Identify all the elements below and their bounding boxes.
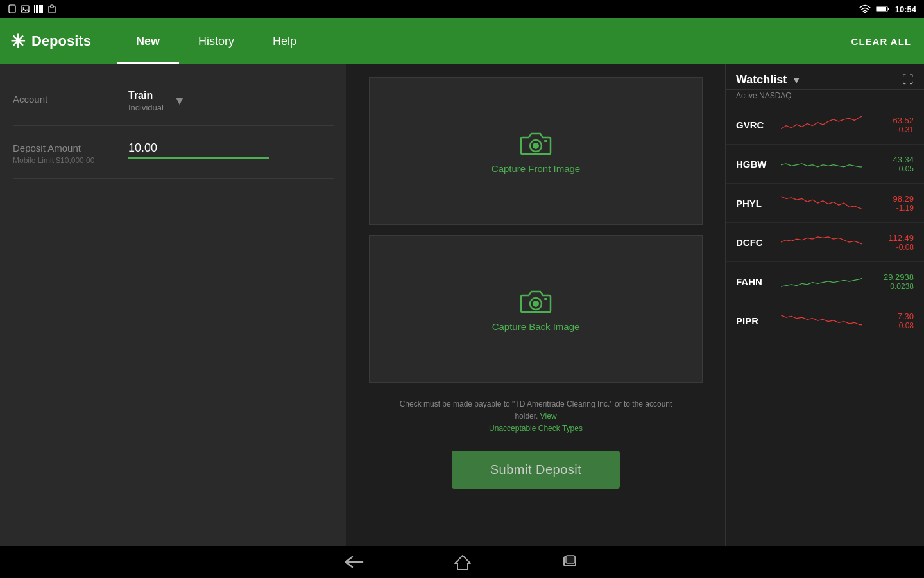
svg-rect-7 bbox=[39, 5, 40, 13]
watchlist-ticker: DCFC bbox=[736, 237, 774, 248]
image-icon bbox=[21, 4, 30, 13]
watchlist-ticker: HGBW bbox=[736, 159, 774, 170]
watchlist-expand-icon[interactable]: ⛶ bbox=[902, 73, 914, 87]
account-select[interactable]: Train Individual ▼ bbox=[128, 90, 334, 112]
watchlist-dropdown-icon[interactable]: ▼ bbox=[792, 75, 801, 85]
svg-rect-18 bbox=[544, 140, 547, 142]
svg-rect-25 bbox=[566, 556, 575, 563]
price-change: -1.19 bbox=[869, 204, 914, 213]
price-value: 43.34 bbox=[869, 155, 914, 164]
svg-rect-14 bbox=[877, 7, 886, 11]
svg-marker-23 bbox=[455, 556, 470, 570]
watchlist-chart bbox=[781, 229, 862, 255]
capture-back-label: Capture Back Image bbox=[492, 321, 580, 332]
watchlist-title-block: Watchlist ▼ bbox=[736, 73, 801, 87]
brand-icon: ✳ bbox=[10, 31, 25, 52]
wifi-icon bbox=[859, 4, 871, 13]
tab-history[interactable]: History bbox=[179, 18, 253, 64]
price-value: 112.49 bbox=[869, 233, 914, 243]
watchlist-ticker: FAHN bbox=[736, 276, 774, 287]
watchlist-chart bbox=[781, 112, 862, 137]
home-button[interactable] bbox=[454, 553, 472, 571]
watchlist-item[interactable]: FAHN29.29380.0238 bbox=[726, 262, 924, 301]
check-area: Capture Front Image Capture Back Image C… bbox=[346, 64, 725, 546]
watchlist-item[interactable]: GVRC63.52-0.31 bbox=[726, 105, 924, 144]
watchlist-panel: Watchlist ▼ ⛶ Active NASDAQ GVRC63.52-0.… bbox=[725, 64, 924, 546]
svg-point-17 bbox=[533, 143, 539, 149]
price-value: 29.2938 bbox=[869, 272, 914, 282]
camera-back-icon bbox=[520, 286, 552, 315]
watchlist-item[interactable]: PIPR7.30-0.08 bbox=[726, 301, 924, 340]
account-row: Account Train Individual ▼ bbox=[13, 77, 334, 126]
view-link[interactable]: View bbox=[540, 412, 557, 421]
mobile-limit-text: Mobile Limit $10,000.00 bbox=[13, 156, 128, 165]
account-field[interactable]: Train Individual ▼ bbox=[128, 90, 334, 112]
deposit-amount-row: Deposit Amount Mobile Limit $10,000.00 bbox=[13, 126, 334, 179]
price-change: -0.08 bbox=[869, 321, 914, 330]
recent-apps-button[interactable] bbox=[561, 554, 579, 570]
clipboard-icon bbox=[47, 4, 56, 13]
check-disclaimer: Check must be made payable to "TD Amerit… bbox=[388, 398, 683, 435]
svg-rect-2 bbox=[21, 6, 29, 12]
watchlist-prices: 112.49-0.08 bbox=[869, 233, 914, 252]
watchlist-item[interactable]: DCFC112.49-0.08 bbox=[726, 223, 924, 262]
back-button[interactable] bbox=[345, 554, 364, 570]
main-content: Account Train Individual ▼ Deposit Amoun… bbox=[0, 64, 924, 546]
watchlist-prices: 98.29-1.19 bbox=[869, 194, 914, 213]
watchlist-items-container: GVRC63.52-0.31HGBW43.340.05PHYL98.29-1.1… bbox=[726, 105, 924, 340]
watchlist-ticker: PHYL bbox=[736, 198, 774, 209]
svg-point-20 bbox=[533, 301, 539, 307]
price-change: -0.08 bbox=[869, 243, 914, 252]
tab-help[interactable]: Help bbox=[253, 18, 316, 64]
svg-point-3 bbox=[22, 7, 24, 8]
watchlist-prices: 29.29380.0238 bbox=[869, 272, 914, 291]
watchlist-chart bbox=[781, 190, 862, 216]
watchlist-ticker: GVRC bbox=[736, 119, 774, 130]
svg-rect-11 bbox=[51, 5, 53, 8]
watchlist-subtitle: Active NASDAQ bbox=[726, 91, 924, 105]
unacceptable-types-link[interactable]: Unacceptable Check Types bbox=[489, 424, 583, 433]
deposit-amount-label: Deposit Amount Mobile Limit $10,000.00 bbox=[13, 139, 128, 165]
svg-rect-5 bbox=[36, 5, 37, 13]
watchlist-item[interactable]: HGBW43.340.05 bbox=[726, 144, 924, 184]
tab-new[interactable]: New bbox=[117, 18, 179, 64]
watchlist-title: Watchlist bbox=[736, 73, 787, 87]
status-bar-right: 10:54 bbox=[859, 4, 916, 14]
price-change: 0.05 bbox=[869, 164, 914, 173]
nav-brand: ✳ Deposits bbox=[10, 31, 91, 52]
camera-front-icon bbox=[520, 128, 552, 157]
svg-rect-1 bbox=[11, 12, 13, 12]
account-name: Train bbox=[128, 90, 164, 101]
nav-tabs: New History Help bbox=[117, 18, 316, 64]
price-value: 98.29 bbox=[869, 194, 914, 204]
amount-input-wrapper bbox=[128, 139, 270, 159]
amount-input[interactable] bbox=[128, 139, 270, 159]
status-bar: 10:54 bbox=[0, 0, 924, 18]
svg-rect-4 bbox=[34, 5, 35, 13]
svg-point-12 bbox=[864, 12, 866, 13]
svg-rect-15 bbox=[888, 8, 889, 10]
watchlist-prices: 7.30-0.08 bbox=[869, 311, 914, 330]
capture-front-label: Capture Front Image bbox=[492, 163, 580, 174]
watchlist-prices: 63.52-0.31 bbox=[869, 116, 914, 134]
price-change: -0.31 bbox=[869, 125, 914, 134]
svg-rect-21 bbox=[544, 298, 547, 300]
clear-all-button[interactable]: CLEAR ALL bbox=[851, 36, 911, 47]
form-panel: Account Train Individual ▼ Deposit Amoun… bbox=[0, 64, 346, 546]
deposit-amount-field bbox=[128, 139, 334, 159]
watchlist-item[interactable]: PHYL98.29-1.19 bbox=[726, 184, 924, 223]
capture-front-box[interactable]: Capture Front Image bbox=[369, 77, 703, 225]
svg-rect-8 bbox=[40, 5, 42, 13]
bottom-nav bbox=[0, 546, 924, 578]
barcode-icon bbox=[33, 4, 44, 13]
capture-back-box[interactable]: Capture Back Image bbox=[369, 235, 703, 383]
watchlist-chart bbox=[781, 268, 862, 294]
top-nav: ✳ Deposits New History Help CLEAR ALL bbox=[0, 18, 924, 64]
price-value: 7.30 bbox=[869, 311, 914, 321]
chevron-down-icon: ▼ bbox=[174, 94, 185, 108]
watchlist-prices: 43.340.05 bbox=[869, 155, 914, 173]
phone-icon bbox=[8, 4, 17, 13]
price-change: 0.0238 bbox=[869, 282, 914, 291]
brand-title: Deposits bbox=[31, 33, 91, 49]
submit-deposit-button[interactable]: Submit Deposit bbox=[452, 451, 620, 489]
